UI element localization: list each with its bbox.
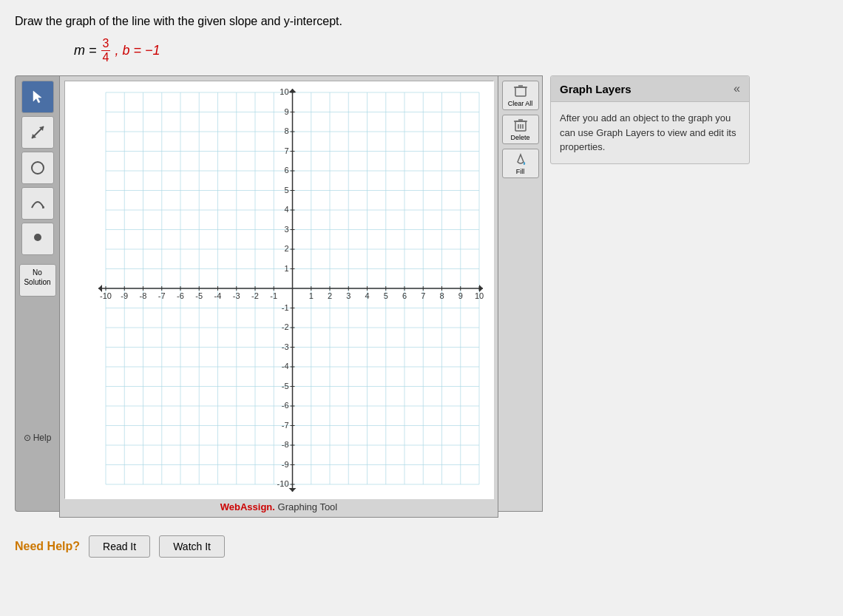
slope-label: m = bbox=[74, 43, 97, 58]
point-tool-button[interactable] bbox=[21, 223, 54, 255]
svg-point-4 bbox=[32, 162, 44, 174]
no-solution-button[interactable]: NoSolution bbox=[19, 264, 56, 297]
graph-canvas[interactable] bbox=[65, 81, 494, 499]
select-tool-button[interactable] bbox=[21, 81, 54, 113]
page-container: Draw the graph of the line with the give… bbox=[15, 15, 828, 558]
main-area: NoSolution ⊙ Help WebAssign. Graphing To… bbox=[15, 75, 828, 518]
delete-label: Delete bbox=[510, 134, 529, 141]
problem-instruction: Draw the graph of the line with the give… bbox=[15, 15, 828, 28]
watermark: WebAssign. Graphing Tool bbox=[64, 501, 493, 512]
circle-tool-button[interactable] bbox=[21, 152, 54, 184]
equation: m = 3 4 , b = −1 bbox=[74, 37, 828, 64]
graph-container: WebAssign. Graphing Tool bbox=[59, 75, 498, 518]
need-help-label: Need Help? bbox=[15, 540, 80, 553]
watermark-suffix: Graphing Tool bbox=[275, 501, 337, 512]
parabola-tool-button[interactable] bbox=[21, 187, 54, 220]
fraction: 3 4 bbox=[101, 37, 111, 64]
layers-body: After you add an object to the graph you… bbox=[551, 102, 749, 163]
layers-collapse-button[interactable]: « bbox=[734, 82, 740, 95]
help-button[interactable]: ⊙ Help bbox=[24, 433, 52, 443]
help-label: Help bbox=[33, 433, 52, 443]
fill-button[interactable]: Fill bbox=[502, 149, 539, 178]
watch-it-button[interactable]: Watch It bbox=[159, 535, 225, 558]
layers-description: After you add an object to the graph you… bbox=[560, 112, 736, 152]
delete-button[interactable]: Delete bbox=[502, 115, 539, 144]
no-solution-label: NoSolution bbox=[24, 268, 50, 286]
watermark-brand: WebAssign. bbox=[220, 501, 275, 512]
help-icon: ⊙ bbox=[24, 433, 31, 443]
move-tool-button[interactable] bbox=[21, 116, 54, 149]
fill-label: Fill bbox=[516, 168, 525, 175]
clear-all-button[interactable]: Clear All bbox=[502, 81, 539, 110]
fraction-denominator: 4 bbox=[101, 51, 111, 64]
layers-header: Graph Layers « bbox=[551, 76, 749, 102]
clear-all-label: Clear All bbox=[508, 100, 533, 107]
tool-panel: NoSolution ⊙ Help bbox=[15, 75, 59, 512]
need-help-section: Need Help? Read It Watch It bbox=[15, 535, 828, 558]
fraction-numerator: 3 bbox=[101, 37, 111, 51]
read-it-button[interactable]: Read It bbox=[89, 535, 150, 558]
svg-point-5 bbox=[34, 234, 41, 241]
svg-rect-6 bbox=[515, 87, 526, 96]
intercept-label: , b = −1 bbox=[115, 43, 160, 58]
layers-panel: Graph Layers « After you add an object t… bbox=[550, 75, 750, 164]
layers-title: Graph Layers bbox=[560, 83, 632, 95]
svg-marker-0 bbox=[33, 91, 41, 103]
graph-inner[interactable] bbox=[64, 81, 493, 498]
right-tools-panel: Clear All Delete Fill bbox=[498, 75, 543, 512]
